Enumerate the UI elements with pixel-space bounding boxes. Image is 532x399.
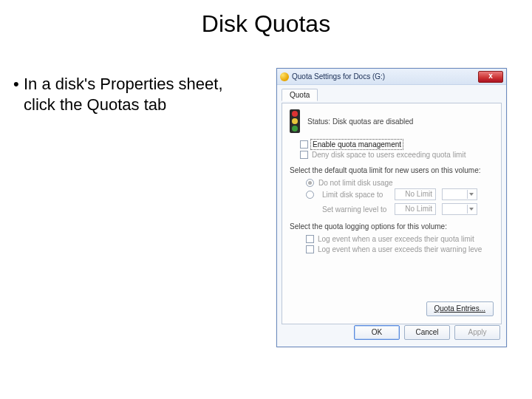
- status-row: Status: Disk quotas are disabled: [290, 109, 494, 133]
- cancel-button[interactable]: Cancel: [404, 325, 450, 340]
- chevron-down-icon: [467, 190, 474, 199]
- log-limit-checkbox[interactable]: [306, 235, 314, 243]
- logging-head: Select the quota logging options for thi…: [290, 222, 494, 231]
- traffic-light-icon: [290, 109, 300, 133]
- status-text: Status: Disk quotas are disabled: [307, 117, 413, 126]
- tabstrip: Quota: [282, 88, 506, 103]
- slide-title: Disk Quotas: [0, 10, 532, 38]
- deny-space-checkbox[interactable]: [300, 151, 308, 159]
- radio-limit[interactable]: [306, 191, 314, 199]
- log-warn-checkbox[interactable]: [306, 245, 314, 253]
- quota-dialog: Quota Settings for Docs (G:) x Quota Sta…: [276, 68, 507, 347]
- radio-nolimit[interactable]: [306, 179, 314, 187]
- limit-grid: Limit disk space to No Limit Set warning…: [306, 188, 494, 215]
- quota-entries-button[interactable]: Quota Entries...: [426, 301, 494, 316]
- limit-unit-combo[interactable]: [442, 188, 477, 200]
- limit-value-input[interactable]: No Limit: [395, 188, 436, 200]
- dialog-button-row: OK Cancel Apply: [282, 323, 502, 342]
- warn-value-input[interactable]: No Limit: [395, 203, 436, 215]
- log-limit-label: Log event when a user exceeds their quot…: [318, 235, 474, 243]
- enable-quota-checkbox[interactable]: [300, 140, 308, 149]
- disk-icon: [280, 72, 289, 81]
- close-button[interactable]: x: [478, 71, 503, 83]
- dialog-title: Quota Settings for Docs (G:): [292, 72, 475, 81]
- log-warn-row: Log event when a user exceeds their warn…: [306, 245, 494, 253]
- tab-quota[interactable]: Quota: [282, 89, 318, 101]
- log-limit-row: Log event when a user exceeds their quot…: [306, 235, 494, 243]
- radio-nolimit-label: Do not limit disk usage: [318, 179, 393, 187]
- warn-unit-combo[interactable]: [442, 203, 477, 215]
- quota-tab-panel: Status: Disk quotas are disabled Enable …: [282, 103, 502, 324]
- enable-quota-label: Enable quota management: [312, 140, 402, 149]
- log-warn-label: Log event when a user exceeds their warn…: [318, 245, 482, 253]
- apply-button[interactable]: Apply: [454, 325, 500, 340]
- deny-space-label: Deny disk space to users exceeding quota…: [312, 151, 466, 159]
- warn-label: Set warning level to: [322, 205, 389, 214]
- titlebar: Quota Settings for Docs (G:) x: [277, 69, 506, 85]
- radio-nolimit-row: Do not limit disk usage: [306, 179, 494, 187]
- default-limit-head: Select the default quota limit for new u…: [290, 166, 494, 174]
- ok-button[interactable]: OK: [354, 325, 400, 340]
- chevron-down-icon: [467, 205, 474, 214]
- deny-space-row: Deny disk space to users exceeding quota…: [300, 151, 494, 159]
- enable-quota-row: Enable quota management: [300, 140, 494, 149]
- slide-bullet: In a disk's Properties sheet, click the …: [24, 74, 245, 115]
- radio-limit-label: Limit disk space to: [322, 191, 389, 199]
